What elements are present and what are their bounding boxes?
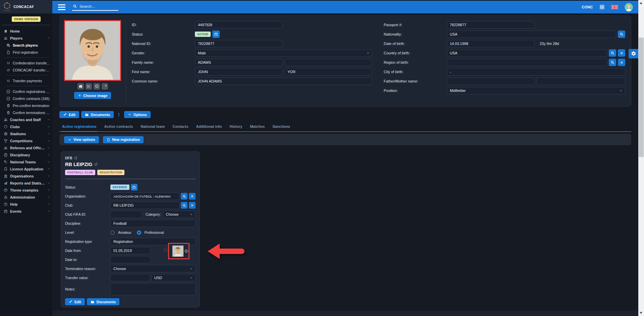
org-code-menu[interactable]: CONC [582, 5, 593, 9]
organisation-field[interactable] [110, 193, 179, 200]
sidebar-item-stadiums[interactable]: Stadiums [0, 130, 52, 137]
sidebar-item-home[interactable]: Home [0, 28, 52, 35]
sidebar-item-pre-confirm-termination[interactable]: Pre-confirm termination [0, 102, 52, 109]
sidebar-item-licence-application[interactable]: Licence Application [0, 165, 52, 172]
city-of-birth-field[interactable] [447, 68, 625, 75]
sidebar-item-search-players[interactable]: Search players [0, 42, 52, 49]
sidebar-item-referees-and-officials[interactable]: Referees and Officials [0, 144, 52, 151]
sidebar-item-national-teams[interactable]: National Teams [0, 158, 52, 165]
tab-additional-info[interactable]: Additional info [196, 123, 223, 131]
card-documents-button[interactable]: Documents [87, 298, 119, 305]
sidebar-item-theme-examples[interactable]: Theme examples [0, 187, 52, 194]
gender-select[interactable]: Male [195, 49, 372, 57]
first-name-field[interactable] [195, 68, 283, 75]
scrollbar-up-arrow-icon[interactable] [640, 2, 642, 4]
registration-photo-thumbnail[interactable] [168, 243, 190, 259]
common-name-field[interactable] [195, 77, 372, 85]
hamburger-menu-icon[interactable] [58, 4, 65, 10]
sidebar-item-confirm-registrations[interactable]: Confirm registrations (4449) [0, 88, 52, 95]
external-link-icon[interactable] [94, 163, 98, 166]
transfer-value-field[interactable] [110, 274, 150, 281]
info-icon[interactable] [184, 249, 188, 253]
father-name-field[interactable] [447, 77, 535, 85]
edit-button[interactable]: Edit [59, 111, 79, 118]
club-search-button[interactable] [181, 202, 187, 209]
user-avatar[interactable] [625, 3, 633, 11]
category-select[interactable]: Choose [163, 211, 196, 218]
tab-active-registrations[interactable]: Active registrations [61, 123, 97, 132]
country-of-birth-field[interactable] [447, 49, 607, 57]
tab-active-contracts[interactable]: Active contracts [104, 123, 134, 131]
mother-name-field[interactable] [536, 77, 625, 85]
sidebar-item-concacaf-transfers[interactable]: CONCACAF transfers (30) [0, 66, 52, 73]
country-search-button[interactable] [609, 49, 616, 57]
tab-matches[interactable]: Matches [249, 123, 265, 131]
sidebar-item-events[interactable]: Events [0, 208, 52, 215]
nationality-field[interactable] [447, 31, 616, 38]
sidebar-item-organisations[interactable]: Organisations [0, 172, 52, 179]
passport-field[interactable] [447, 21, 535, 29]
external-link-icon[interactable] [74, 156, 77, 160]
sidebar-item-first-registration[interactable]: First registration [0, 49, 52, 56]
family-name-field[interactable] [195, 59, 283, 66]
tab-contacts[interactable]: Contacts [172, 123, 189, 131]
search-input[interactable] [79, 4, 113, 8]
professional-radio[interactable] [137, 230, 141, 235]
documents-button[interactable]: Documents [81, 111, 114, 118]
amateur-radio[interactable] [110, 230, 115, 235]
date-to-field[interactable] [110, 256, 151, 263]
termination-reason-select[interactable]: Choose [110, 265, 196, 272]
discipline-field[interactable] [110, 220, 196, 227]
language-flag-uk-icon[interactable] [611, 5, 618, 9]
family-name-alt-field[interactable] [284, 59, 372, 66]
sidebar-item-competitions[interactable]: Competitions [0, 137, 52, 144]
region-clear-button[interactable] [618, 59, 625, 66]
date-from-field[interactable] [110, 247, 151, 254]
sidebar-item-coaches-and-staff[interactable]: Coaches and Staff [0, 116, 52, 123]
club-field[interactable] [110, 202, 179, 209]
sidebar-item-confederation-transfers[interactable]: Confederation transfers (15) [0, 59, 52, 66]
club-fifa-id-field[interactable] [110, 211, 142, 218]
scrollbar-down-arrow-icon[interactable] [640, 312, 642, 314]
sidebar-item-disciplinary[interactable]: Disciplinary [0, 151, 52, 158]
camera-button[interactable] [77, 83, 84, 90]
nationality-search-button[interactable] [618, 31, 625, 38]
sidebar-item-confirm-contracts[interactable]: Confirm contracts (166) [0, 95, 52, 102]
tab-national-team[interactable]: National team [140, 123, 165, 131]
vertical-scrollbar[interactable] [638, 0, 644, 316]
currency-select[interactable]: USD [151, 274, 196, 281]
reg-status-history-button[interactable] [131, 184, 138, 191]
national-id-field[interactable] [195, 40, 283, 47]
sidebar-item-players[interactable]: Players [0, 35, 52, 42]
rotate-left-button[interactable] [94, 83, 100, 90]
tab-sanctions[interactable]: Sanctions [272, 123, 291, 131]
scrollbar-thumb[interactable] [639, 38, 644, 157]
sidebar-item-clubs[interactable]: Clubs [0, 123, 52, 130]
position-select[interactable]: Midfielder [447, 87, 625, 94]
notes-field[interactable] [110, 283, 196, 295]
options-button[interactable]: Options [124, 111, 151, 118]
settings-gear-button[interactable] [629, 49, 638, 58]
rotate-right-button[interactable] [102, 83, 108, 90]
club-clear-button[interactable] [189, 202, 196, 209]
crop-button[interactable] [86, 83, 92, 90]
card-edit-button[interactable]: Edit [65, 298, 85, 305]
dob-field[interactable] [447, 40, 535, 47]
sidebar-item-help[interactable]: Help [0, 201, 52, 208]
view-options-button[interactable]: View options [64, 136, 99, 143]
sidebar-item-reports-and-statistics[interactable]: Reports and Statistics [0, 179, 52, 187]
organisation-clear-button[interactable] [189, 193, 196, 200]
choose-image-button[interactable]: Choose image [74, 92, 111, 99]
id-field[interactable] [195, 21, 283, 29]
organisation-search-button[interactable] [181, 193, 187, 200]
first-name-alt-field[interactable] [284, 68, 372, 75]
region-of-birth-field[interactable] [447, 59, 607, 66]
app-grid-icon[interactable] [599, 4, 605, 10]
region-search-button[interactable] [609, 59, 616, 66]
tab-history[interactable]: History [229, 123, 243, 131]
sidebar-item-transfer-payments[interactable]: Transfer payments [0, 77, 52, 84]
sidebar-item-confirm-terminations[interactable]: Confirm terminations (5) [0, 109, 52, 116]
country-clear-button[interactable] [618, 49, 625, 57]
new-registration-button[interactable]: New registration [103, 136, 144, 143]
status-history-button[interactable] [212, 31, 220, 38]
